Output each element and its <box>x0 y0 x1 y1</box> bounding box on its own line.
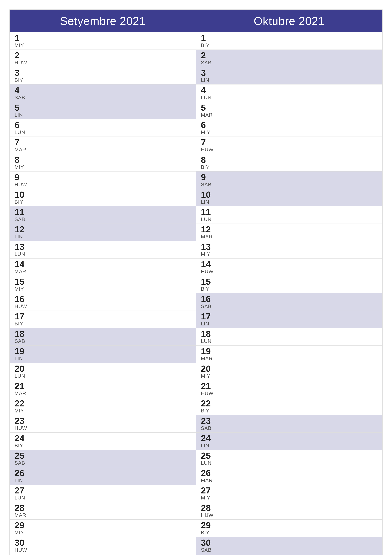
day-row: 7MAR <box>10 137 196 154</box>
day-number: 2 <box>14 51 191 60</box>
day-row: 28MAR <box>10 502 196 519</box>
day-row: 3BIY <box>10 67 196 85</box>
day-row: 30SAB <box>196 537 382 554</box>
day-number: 26 <box>14 469 191 477</box>
day-number: 30 <box>14 538 191 547</box>
day-number: 16 <box>201 295 378 303</box>
day-name: HUW <box>14 425 191 431</box>
day-number: 7 <box>201 138 378 147</box>
day-name: LUN <box>14 495 191 501</box>
day-name: BIY <box>201 530 378 535</box>
day-row: 6LUN <box>10 119 196 137</box>
day-row: 11SAB <box>10 206 196 224</box>
day-row: 9HUW <box>10 171 196 189</box>
day-name: MIY <box>14 42 191 48</box>
day-row: 14MAR <box>10 258 196 276</box>
day-name: SAB <box>201 425 378 431</box>
day-name: HUW <box>201 512 378 518</box>
day-number: 18 <box>14 329 191 338</box>
day-number: 6 <box>14 121 191 129</box>
day-number: 21 <box>14 382 191 390</box>
day-name: LIN <box>14 477 191 483</box>
day-number: 13 <box>14 242 191 251</box>
day-number: 22 <box>201 399 378 408</box>
day-row: 3LIN <box>196 67 382 85</box>
day-name: MAR <box>201 112 378 118</box>
day-number: 17 <box>14 312 191 321</box>
day-number: 23 <box>14 416 191 425</box>
day-name: MIY <box>201 495 378 501</box>
day-row: 15MIY <box>10 276 196 293</box>
day-row: 13MIY <box>196 241 382 258</box>
day-row: 12MAR <box>196 224 382 241</box>
day-name: SAB <box>201 182 378 188</box>
day-row: 17BIY <box>10 311 196 328</box>
day-name: HUW <box>201 269 378 275</box>
day-row: 19MAR <box>196 345 382 363</box>
day-name: MAR <box>14 147 191 153</box>
day-number: 21 <box>201 382 378 390</box>
day-number: 19 <box>201 347 378 356</box>
day-name: BIY <box>14 77 191 83</box>
day-name: LUN <box>201 95 378 101</box>
day-number: 5 <box>14 103 191 112</box>
day-name: LIN <box>14 356 191 362</box>
day-number: 4 <box>201 86 378 95</box>
day-row: 10LIN <box>196 189 382 206</box>
day-number: 1 <box>201 34 378 42</box>
day-row: 22BIY <box>196 398 382 415</box>
day-number: 26 <box>201 469 378 477</box>
day-name: BIY <box>14 199 191 205</box>
day-number: 7 <box>14 138 191 147</box>
day-name: LIN <box>201 443 378 449</box>
day-row: 19LIN <box>10 345 196 363</box>
day-number: 10 <box>201 190 378 199</box>
day-row: 30HUW <box>10 537 196 554</box>
day-name: LIN <box>14 234 191 240</box>
day-row: 2SAB <box>196 50 382 67</box>
day-name: HUW <box>14 60 191 66</box>
day-row: 13LUN <box>10 241 196 258</box>
day-name: MAR <box>201 477 378 483</box>
day-name: BIY <box>201 164 378 170</box>
day-name: BIY <box>201 42 378 48</box>
day-number: 3 <box>201 68 378 77</box>
day-number: 11 <box>201 208 378 216</box>
day-row: 15BIY <box>196 276 382 293</box>
day-number: 2 <box>201 51 378 60</box>
day-number: 22 <box>14 399 191 408</box>
day-name: MIY <box>14 530 191 535</box>
day-row: 26LIN <box>10 467 196 485</box>
calendar-grid: Setyembre 20211MIY2HUW3BIY4SAB5LIN6LUN7M… <box>9 9 383 555</box>
days-list-october: 1BIY2SAB3LIN4LUN5MAR6MIY7HUW8BIY9SAB10LI… <box>196 32 382 555</box>
day-number: 13 <box>201 242 378 251</box>
day-number: 24 <box>14 434 191 443</box>
month-col-september: Setyembre 20211MIY2HUW3BIY4SAB5LIN6LUN7M… <box>10 10 196 555</box>
day-name: HUW <box>14 547 191 553</box>
day-row: 18SAB <box>10 328 196 345</box>
day-number: 1 <box>14 34 191 42</box>
day-number: 15 <box>201 277 378 286</box>
day-name: SAB <box>201 547 378 553</box>
day-row: 23HUW <box>10 415 196 432</box>
day-number: 24 <box>201 434 378 443</box>
day-row: 28HUW <box>196 502 382 519</box>
day-number: 20 <box>201 364 378 373</box>
day-number: 27 <box>14 486 191 495</box>
day-name: MIY <box>14 286 191 292</box>
day-name: LIN <box>201 321 378 327</box>
day-row: 8MIY <box>10 154 196 171</box>
day-number: 11 <box>14 208 191 216</box>
day-row: 29MIY <box>10 519 196 537</box>
month-header-october: Oktubre 2021 <box>196 10 382 32</box>
day-name: SAB <box>201 60 378 66</box>
day-row: 2HUW <box>10 50 196 67</box>
day-name: BIY <box>201 286 378 292</box>
day-name: MIY <box>201 373 378 379</box>
day-number: 29 <box>14 521 191 530</box>
day-row: 25SAB <box>10 450 196 467</box>
day-name: SAB <box>201 303 378 309</box>
day-number: 27 <box>201 486 378 495</box>
day-name: SAB <box>14 338 191 344</box>
day-row: 1BIY <box>196 32 382 50</box>
